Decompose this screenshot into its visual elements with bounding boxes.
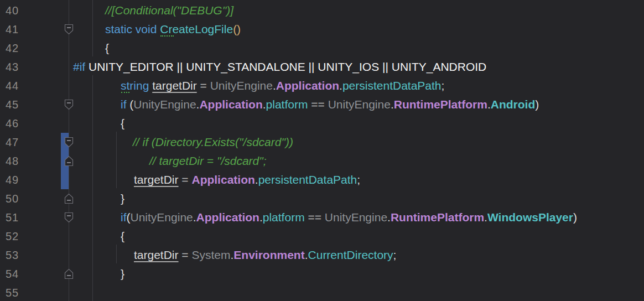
code-token: UnityEngine <box>325 208 387 227</box>
code-token: persistentDataPath <box>258 170 357 189</box>
fold-collapse-icon[interactable] <box>64 137 74 148</box>
code-line[interactable]: 43#if UNITY_EDITOR || UNITY_STANDALONE |… <box>0 58 644 76</box>
code-token: Application <box>196 208 259 227</box>
line-number: 48 <box>6 152 19 170</box>
code-token: #if <box>73 58 85 76</box>
fold-region-end-icon[interactable] <box>64 193 74 204</box>
code-token: targetDir <box>134 170 179 189</box>
code-line-text: { <box>121 114 124 133</box>
code-token: UnityEngine <box>131 208 193 227</box>
fold-collapse-icon[interactable] <box>64 24 74 35</box>
code-line-text: #if UNITY_EDITOR || UNITY_STANDALONE || … <box>73 58 486 76</box>
code-line-text: static void CreateLogFile() <box>105 20 241 39</box>
code-token: static <box>105 20 136 39</box>
code-line[interactable]: 40//[Conditional("DEBUG")] <box>0 1 644 20</box>
code-token: if <box>121 208 127 227</box>
code-line[interactable]: 51if(UnityEngine.Application.platform ==… <box>0 208 644 227</box>
code-token: == <box>308 95 328 114</box>
code-line-text: // if (Directory.Exists("/sdcard")) <box>133 133 293 152</box>
code-line[interactable]: 42{ <box>0 39 644 58</box>
code-line[interactable]: 44string targetDir = UnityEngine.Applica… <box>0 76 644 95</box>
line-number: 55 <box>6 283 19 301</box>
code-line[interactable]: 41static void CreateLogFile() <box>0 20 644 39</box>
code-line-text: targetDir = Application.persistentDataPa… <box>134 170 360 189</box>
code-token: () <box>233 20 241 39</box>
code-line-text: // targetDir = "/sdcard"; <box>149 152 267 170</box>
code-line-text: { <box>121 227 124 246</box>
code-token: = <box>179 170 192 189</box>
code-line[interactable]: 49targetDir = Application.persistentData… <box>0 170 644 189</box>
code-token: RuntimePlatform <box>391 208 484 227</box>
code-token: void <box>136 20 160 39</box>
line-number: 53 <box>6 246 19 264</box>
code-token: CreateLogFile <box>160 20 233 39</box>
line-number: 47 <box>6 133 19 152</box>
code-token: targetDir <box>134 246 179 264</box>
code-line[interactable]: 53targetDir = System.Environment.Current… <box>0 246 644 264</box>
line-number: 45 <box>6 95 19 114</box>
code-token: { <box>105 39 109 58</box>
code-token: { <box>121 114 124 133</box>
code-line-text: } <box>121 189 124 208</box>
code-line-text: string targetDir = UnityEngine.Applicati… <box>121 76 444 95</box>
code-token: RuntimePlatform <box>394 95 487 114</box>
code-line-text: { <box>105 39 109 58</box>
code-lines: 40//[Conditional("DEBUG")]41static void … <box>0 1 644 301</box>
code-token: } <box>121 264 124 283</box>
code-token: ( <box>127 208 131 227</box>
code-token: ) <box>535 95 539 114</box>
code-line[interactable]: 50} <box>0 189 644 208</box>
code-token: platform <box>266 95 308 114</box>
code-token: UNITY_EDITOR || UNITY_STANDALONE || UNIT… <box>85 58 486 76</box>
code-line[interactable]: 45if (UnityEngine.Application.platform =… <box>0 95 644 114</box>
line-number: 46 <box>6 114 19 133</box>
fold-region-end-icon[interactable] <box>64 155 74 167</box>
code-token: string <box>121 76 149 95</box>
code-line-text: if (UnityEngine.Application.platform == … <box>121 95 539 114</box>
code-line[interactable]: 55 <box>0 283 644 301</box>
code-token: platform <box>263 208 305 227</box>
code-token: Application <box>191 170 255 189</box>
code-token: CurrentDirectory <box>308 246 393 264</box>
line-number: 42 <box>6 39 19 58</box>
code-token: UnityEngine <box>328 95 391 114</box>
fold-collapse-icon[interactable] <box>64 99 74 110</box>
line-number: 41 <box>6 20 19 39</box>
code-token: UnityEngine <box>210 76 273 95</box>
code-token: targetDir <box>152 76 197 95</box>
code-token: ) <box>573 208 577 227</box>
code-token: System <box>191 246 230 264</box>
code-token: Application <box>199 95 262 114</box>
code-token: WindowsPlayer <box>487 208 573 227</box>
fold-region-end-icon[interactable] <box>64 268 74 279</box>
code-token: if <box>121 95 127 114</box>
code-line[interactable]: 46{ <box>0 114 644 133</box>
code-token: //[Conditional("DEBUG")] <box>105 1 233 20</box>
code-token: ; <box>357 170 360 189</box>
code-editor: 40//[Conditional("DEBUG")]41static void … <box>0 0 644 301</box>
code-token: = <box>179 246 192 264</box>
code-token: Environment <box>233 246 304 264</box>
line-number: 50 <box>6 189 19 208</box>
code-token: ; <box>393 246 397 264</box>
code-token: // if (Directory.Exists("/sdcard")) <box>133 133 293 152</box>
line-number: 51 <box>6 208 19 227</box>
line-number: 49 <box>6 170 19 189</box>
code-token: UnityEngine <box>133 95 196 114</box>
line-number: 44 <box>6 76 19 95</box>
code-token: persistentDataPath <box>342 76 442 95</box>
code-token: { <box>121 227 124 246</box>
code-line[interactable]: 48// targetDir = "/sdcard"; <box>0 152 644 170</box>
code-line-text: if(UnityEngine.Application.platform == U… <box>121 208 577 227</box>
code-token: == <box>305 208 325 227</box>
code-token: = <box>197 76 210 95</box>
code-token: // targetDir = "/sdcard"; <box>149 152 267 170</box>
code-token: ( <box>127 95 134 114</box>
line-number: 52 <box>6 227 19 246</box>
code-line-text: } <box>121 264 124 283</box>
code-line[interactable]: 54} <box>0 264 644 283</box>
fold-collapse-icon[interactable] <box>64 212 74 223</box>
code-line[interactable]: 47// if (Directory.Exists("/sdcard")) <box>0 133 644 152</box>
code-token: ; <box>442 76 445 95</box>
code-line[interactable]: 52{ <box>0 227 644 246</box>
